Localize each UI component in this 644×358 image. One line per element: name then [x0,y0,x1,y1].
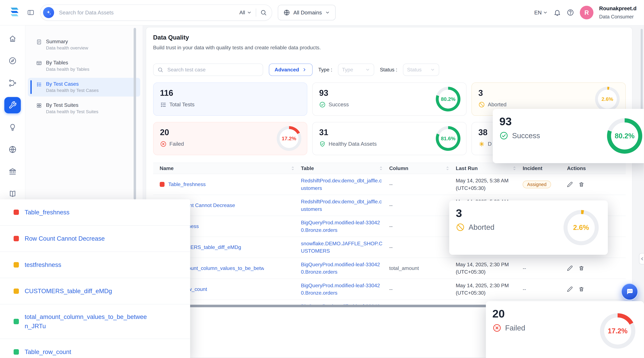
chevron-left-icon [640,256,644,261]
table-link[interactable]: BigQueryProd.modified-leaf-330420.Bronze… [301,282,383,297]
success-donut: 80.2% [607,118,642,154]
global-search[interactable]: All [40,5,272,21]
status-square [14,349,19,354]
status-filter-select[interactable]: Status [403,64,439,76]
table-link[interactable]: BigQueryProd.modified-leaf-330420.Bronze… [301,219,383,234]
subnav-description: Data health by Test Suites [46,109,98,115]
status-square [14,210,19,215]
column-value: -- [389,202,392,208]
test-case-link[interactable]: Row Count Cannot Decrease [25,234,105,243]
delete-icon[interactable] [578,286,584,292]
sort-icon[interactable] [378,166,384,171]
list-item: Row Count Cannot Decrease [0,226,190,252]
delete-icon[interactable] [578,182,584,187]
test-case-link[interactable]: testfreshness [25,260,61,269]
rail-item-governance[interactable] [4,163,21,180]
table-link[interactable]: RedshiftProd.dev.demo_dbt_jaffle.custome… [301,177,383,192]
help-icon[interactable] [567,9,574,16]
stat-card-total-tests: 116 Total Tests [153,83,308,116]
status-square [14,288,19,294]
rail-item-lineage[interactable] [4,75,21,91]
edge-handle[interactable] [639,253,644,264]
column-value: -- [389,181,392,187]
x-circle-icon [160,141,166,147]
search-scope-value: All [240,10,245,16]
user-info[interactable]: Rounakpreet.d Data Consumer [599,5,636,20]
column-header-name[interactable]: Name [160,165,301,171]
stat-label: Aborted [468,223,494,231]
search-scope-dropdown[interactable]: All [240,10,252,16]
sort-icon[interactable] [445,166,450,171]
slash-circle-icon [456,223,465,232]
aborted-donut: 2.6% [595,87,620,111]
column-header-incident[interactable]: Incident [523,165,567,171]
search-input[interactable] [58,9,235,16]
edit-icon[interactable] [567,182,573,187]
subnav-item-by-test-cases[interactable]: By Test Cases Data health by Test Cases [28,78,140,97]
user-avatar[interactable]: R [580,6,594,19]
rail-item-explore[interactable] [4,53,21,69]
lineage-graph-icon [8,79,17,87]
test-case-link[interactable]: Table_freshness [25,208,70,217]
type-filter-select[interactable]: Type [338,64,374,76]
rail-item-domains[interactable] [4,141,21,158]
subnav-item-by-test-suites[interactable]: By Test Suites Data health by Test Suite… [28,99,140,118]
rail-item-data-quality[interactable] [4,97,21,114]
advanced-filter-button[interactable]: Advanced [269,64,312,76]
table-link[interactable]: RedshiftProd.dev.demo_dbt_jaffle.custome… [301,198,383,213]
incident-badge[interactable]: Assigned [523,181,551,188]
test-case-link[interactable]: Table_freshness [168,181,206,187]
subnav-item-by-tables[interactable]: By Tables Data health by Tables [28,57,140,75]
language-dropdown[interactable]: EN [534,10,548,16]
divider [256,9,256,17]
test-case-search[interactable] [153,64,263,76]
check-circle-icon [499,131,508,140]
test-case-search-input[interactable] [166,67,259,73]
filter-bar: Advanced Type : Type Status : Status [153,64,439,76]
list-item: Table_row_count [0,339,190,358]
page-subtitle: Build trust in your data with quality te… [153,45,564,51]
ai-sparkle-button[interactable] [43,7,54,18]
table-link[interactable]: BigQueryProd.modified-leaf-330420.Bronze… [301,261,383,276]
subnav-item-summary[interactable]: Summary Data health overview [28,35,140,54]
notifications-bell-icon[interactable] [554,9,561,16]
globe-icon [284,9,290,16]
rail-item-home[interactable] [4,31,21,47]
subnav-scrollbar[interactable] [134,28,136,200]
table-link[interactable]: snowflake.DEMO.JAFFLE_SHOP.CUSTOMERS [301,240,383,255]
edit-icon[interactable] [567,286,573,292]
failed-donut: 17.2% [277,126,301,151]
chevron-down-icon [365,67,370,72]
sort-icon[interactable] [290,166,295,171]
test-case-link[interactable]: Table_row_count [25,347,71,356]
sidebar-toggle-icon[interactable] [27,9,34,16]
column-value: -- [389,223,392,229]
column-header-table[interactable]: Table [301,165,389,171]
column-header-last-run[interactable]: Last Run [456,165,523,171]
x-circle-icon [492,323,502,332]
subnav-description: Data health by Tables [46,66,89,73]
app-logo-icon[interactable] [7,7,21,19]
slash-circle-icon [478,101,485,108]
stat-label: Total Tests [170,102,194,108]
language-value: EN [534,10,542,16]
wrench-icon [8,101,17,109]
chevron-down-icon [325,10,330,15]
delete-icon[interactable] [578,265,584,271]
list-check-icon [36,82,42,87]
domains-dropdown[interactable]: All Domains [278,5,336,21]
test-case-link[interactable]: total_amount_column_values_to_be_between… [25,312,150,331]
chat-widget-button[interactable] [621,283,638,300]
rail-item-incidents[interactable] [4,119,21,136]
sort-icon[interactable] [512,166,517,171]
stat-card-failed: 20 Failed 17.2% [153,122,308,155]
status-square [160,182,165,187]
subnav-description: Data health overview [46,45,88,51]
test-case-link[interactable]: CUSTOMERS_table_diff_eMDg [25,286,112,296]
incident-value: -- [523,286,526,292]
table-row: Table_row_count BigQueryProd.modified-le… [153,279,626,300]
column-header-column[interactable]: Column [389,165,456,171]
search-icon[interactable] [260,9,267,16]
chevron-down-icon [430,67,435,72]
edit-icon[interactable] [567,265,573,271]
